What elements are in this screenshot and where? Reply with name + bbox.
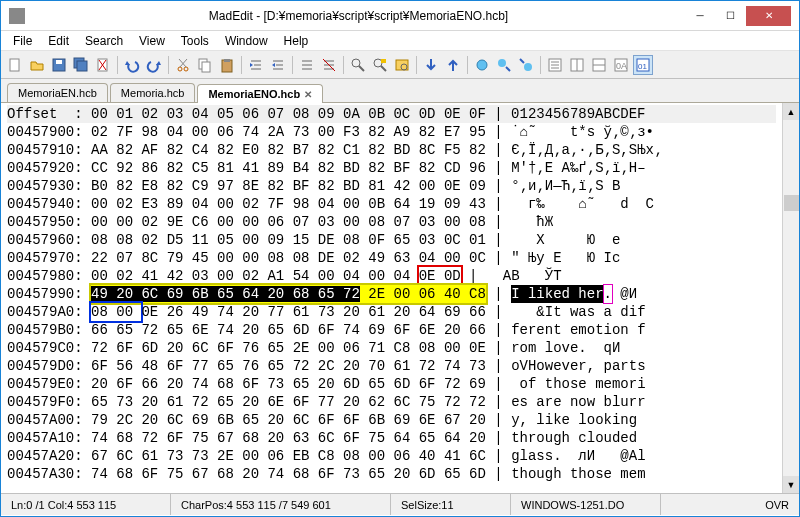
toolbar: 0A 01 bbox=[1, 51, 799, 79]
menubar: File Edit Search View Tools Window Help bbox=[1, 31, 799, 51]
findnext-icon[interactable] bbox=[421, 55, 441, 75]
statusbar: Ln:0 /1 Col:4 553 115 CharPos:4 553 115 … bbox=[1, 493, 799, 515]
hex-row[interactable]: 00457960: 08 08 02 D5 11 05 00 09 15 DE … bbox=[7, 231, 776, 249]
find-icon[interactable] bbox=[348, 55, 368, 75]
hex-row[interactable]: 00457970: 22 07 8C 79 45 00 00 08 08 DE … bbox=[7, 249, 776, 267]
new-icon[interactable] bbox=[5, 55, 25, 75]
status-mode: OVR bbox=[661, 494, 799, 515]
svg-point-29 bbox=[352, 59, 360, 67]
minimize-button[interactable]: ─ bbox=[686, 6, 714, 26]
svg-rect-13 bbox=[202, 62, 210, 72]
copy-icon[interactable] bbox=[195, 55, 215, 75]
window-controls: ─ ☐ ✕ bbox=[684, 6, 791, 26]
window-title: MadEdit - [D:¥memoria¥script¥script¥Memo… bbox=[33, 9, 684, 23]
maximize-button[interactable]: ☐ bbox=[716, 6, 744, 26]
undo-icon[interactable] bbox=[122, 55, 142, 75]
indent-icon[interactable] bbox=[246, 55, 266, 75]
separator bbox=[241, 56, 242, 74]
nextbookmark-icon[interactable] bbox=[494, 55, 514, 75]
svg-rect-4 bbox=[77, 61, 87, 71]
tab-close-icon[interactable]: ✕ bbox=[304, 89, 312, 100]
svg-point-9 bbox=[184, 67, 188, 71]
hex-row[interactable]: 00457980: 00 02 41 42 03 00 02 A1 54 00 … bbox=[7, 267, 776, 285]
status-encoding: WINDOWS-1251.DO bbox=[511, 494, 661, 515]
findinfiles-icon[interactable] bbox=[392, 55, 412, 75]
menu-window[interactable]: Window bbox=[217, 32, 276, 50]
saveall-icon[interactable] bbox=[71, 55, 91, 75]
comment-icon[interactable] bbox=[297, 55, 317, 75]
menu-edit[interactable]: Edit bbox=[40, 32, 77, 50]
menu-view[interactable]: View bbox=[131, 32, 173, 50]
hex-row[interactable]: 00457950: 00 00 02 9E C6 00 00 06 07 03 … bbox=[7, 213, 776, 231]
hexmode-icon[interactable]: 01 bbox=[633, 55, 653, 75]
separator bbox=[467, 56, 468, 74]
scroll-down-icon[interactable]: ▼ bbox=[783, 476, 799, 493]
tab-memoriaen[interactable]: MemoriaEN.hcb bbox=[7, 83, 108, 102]
tab-memoria[interactable]: Memoria.hcb bbox=[110, 83, 196, 102]
hex-row[interactable]: 00457900: 02 7F 98 04 00 06 74 2A 73 00 … bbox=[7, 123, 776, 141]
viewmode2-icon[interactable] bbox=[567, 55, 587, 75]
outdent-icon[interactable] bbox=[268, 55, 288, 75]
svg-point-38 bbox=[524, 63, 532, 71]
cut-icon[interactable] bbox=[173, 55, 193, 75]
hex-row[interactable]: 004579F0: 65 73 20 61 72 65 20 6E 6F 77 … bbox=[7, 393, 776, 411]
menu-help[interactable]: Help bbox=[276, 32, 317, 50]
uncomment-icon[interactable] bbox=[319, 55, 339, 75]
bookmark-icon[interactable] bbox=[472, 55, 492, 75]
findprev-icon[interactable] bbox=[443, 55, 463, 75]
menu-file[interactable]: File bbox=[5, 32, 40, 50]
hex-row[interactable]: 00457A20: 67 6C 61 73 73 2E 00 06 EB C8 … bbox=[7, 447, 776, 465]
hex-row[interactable]: 004579C0: 72 6F 6D 20 6C 6F 76 65 2E 00 … bbox=[7, 339, 776, 357]
hex-row[interactable]: 00457910: AA 82 AF 82 C4 82 E0 82 B7 82 … bbox=[7, 141, 776, 159]
replace-icon[interactable] bbox=[370, 55, 390, 75]
status-selsize: SelSize:11 bbox=[391, 494, 511, 515]
hex-row[interactable]: 00457930: B0 82 E8 82 C9 97 8E 82 BF 82 … bbox=[7, 177, 776, 195]
hex-row[interactable]: 00457A30: 74 68 6F 75 67 68 20 74 68 6F … bbox=[7, 465, 776, 483]
svg-text:01: 01 bbox=[638, 62, 647, 71]
prevbookmark-icon[interactable] bbox=[516, 55, 536, 75]
save-icon[interactable] bbox=[49, 55, 69, 75]
paste-icon[interactable] bbox=[217, 55, 237, 75]
viewmode1-icon[interactable] bbox=[545, 55, 565, 75]
svg-text:0A: 0A bbox=[616, 61, 627, 71]
svg-line-10 bbox=[180, 59, 187, 67]
tabbar: MemoriaEN.hcb Memoria.hcb MemoriaENO.hcb… bbox=[1, 79, 799, 103]
svg-point-31 bbox=[374, 59, 382, 67]
close-icon[interactable] bbox=[93, 55, 113, 75]
status-charpos: CharPos:4 553 115 /7 549 601 bbox=[171, 494, 391, 515]
close-button[interactable]: ✕ bbox=[746, 6, 791, 26]
svg-rect-15 bbox=[224, 59, 230, 62]
separator bbox=[292, 56, 293, 74]
svg-rect-0 bbox=[10, 59, 19, 71]
svg-line-30 bbox=[359, 66, 364, 71]
scrollbar[interactable]: ▲ ▼ bbox=[782, 103, 799, 493]
hex-row[interactable]: 00457A00: 79 2C 20 6C 69 6B 65 20 6C 6F … bbox=[7, 411, 776, 429]
hex-editor[interactable]: Offset : 00 01 02 03 04 05 06 07 08 09 0… bbox=[1, 103, 799, 493]
svg-line-32 bbox=[381, 66, 386, 71]
viewmode4-icon[interactable]: 0A bbox=[611, 55, 631, 75]
hex-row[interactable]: 00457940: 00 02 E3 89 04 00 02 7F 98 04 … bbox=[7, 195, 776, 213]
viewmode3-icon[interactable] bbox=[589, 55, 609, 75]
open-icon[interactable] bbox=[27, 55, 47, 75]
status-position: Ln:0 /1 Col:4 553 115 bbox=[1, 494, 171, 515]
hex-row[interactable]: 004579D0: 6F 56 48 6F 77 65 76 65 72 2C … bbox=[7, 357, 776, 375]
scroll-up-icon[interactable]: ▲ bbox=[783, 103, 799, 120]
separator bbox=[416, 56, 417, 74]
hex-row[interactable]: 004579E0: 20 6F 66 20 74 68 6F 73 65 20 … bbox=[7, 375, 776, 393]
menu-tools[interactable]: Tools bbox=[173, 32, 217, 50]
tab-memoriaeno[interactable]: MemoriaENO.hcb ✕ bbox=[197, 84, 323, 103]
hex-row[interactable]: 004579A0: 08 00 0E 26 49 74 20 77 61 73 … bbox=[7, 303, 776, 321]
scroll-thumb[interactable] bbox=[784, 195, 799, 211]
separator bbox=[343, 56, 344, 74]
menu-search[interactable]: Search bbox=[77, 32, 131, 50]
separator bbox=[168, 56, 169, 74]
redo-icon[interactable] bbox=[144, 55, 164, 75]
svg-point-36 bbox=[477, 60, 487, 70]
hex-row[interactable]: 00457A10: 74 68 72 6F 75 67 68 20 63 6C … bbox=[7, 429, 776, 447]
svg-rect-2 bbox=[56, 60, 62, 64]
hex-row[interactable]: 004579B0: 66 65 72 65 6E 74 20 65 6D 6F … bbox=[7, 321, 776, 339]
hex-row[interactable]: 00457990: 49 20 6C 69 6B 65 64 20 68 65 … bbox=[7, 285, 776, 303]
hex-row[interactable]: 00457920: CC 92 86 82 C5 81 41 89 B4 82 … bbox=[7, 159, 776, 177]
svg-point-8 bbox=[178, 67, 182, 71]
svg-line-11 bbox=[179, 59, 186, 67]
